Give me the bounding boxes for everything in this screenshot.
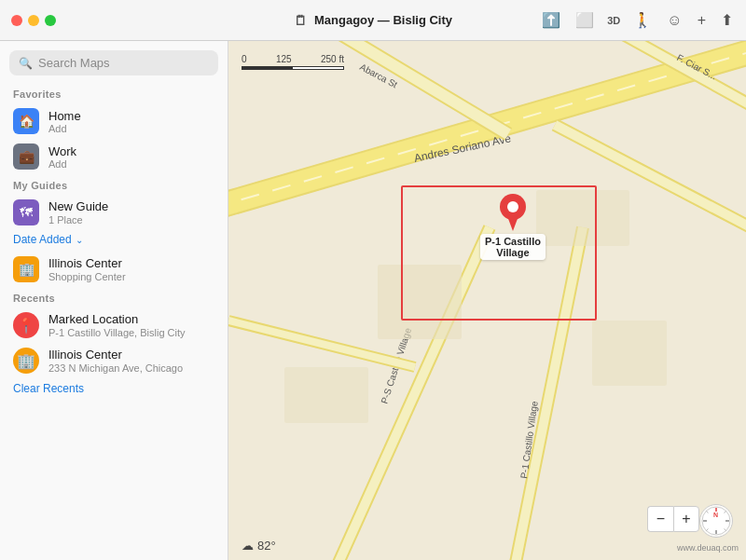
- search-bar[interactable]: 🔍 Search Maps: [9, 50, 218, 75]
- home-title: Home: [48, 109, 81, 123]
- zoom-plus-button[interactable]: +: [673, 506, 699, 532]
- illinois-guide-title: Illinois Center: [48, 256, 126, 270]
- weather-icon: ☁: [242, 539, 254, 553]
- pin-label: P-1 Castillo Village: [480, 234, 546, 260]
- sidebar-item-marked-location[interactable]: 📍 Marked Location P-1 Castillo Village, …: [0, 307, 228, 343]
- scale-250: 250 ft: [321, 54, 344, 64]
- minimize-button[interactable]: [28, 15, 39, 26]
- add-button[interactable]: +: [696, 10, 708, 31]
- illinois-recent-title: Illinois Center: [48, 348, 183, 362]
- scale-line: [242, 66, 344, 70]
- clear-recents-button[interactable]: Clear Recents: [0, 378, 228, 404]
- map-area[interactable]: Andres Soriano Ave Abarca St F. Ciar S..…: [228, 41, 746, 560]
- close-button[interactable]: [11, 15, 22, 26]
- favorites-button[interactable]: ☺: [665, 10, 684, 31]
- toolbar: ⬆️ ⬜ 3D 🚶 ☺ + ⬆: [540, 9, 735, 31]
- guide-icon: 🗺: [13, 199, 39, 225]
- map-watermark: www.deuaq.com: [677, 543, 739, 553]
- illinois-recent-icon: 🏢: [13, 348, 39, 374]
- illinois-recent-subtitle: 233 N Michigan Ave, Chicago: [48, 362, 183, 374]
- marked-location-title: Marked Location: [48, 312, 186, 326]
- pin-svg: [498, 194, 528, 233]
- sidebar-item-illinois-guide[interactable]: 🏢 Illinois Center Shopping Center: [0, 252, 228, 287]
- home-icon: 🏠: [13, 108, 39, 134]
- maximize-button[interactable]: [45, 15, 56, 26]
- map-view-button[interactable]: ⬜: [573, 9, 596, 31]
- work-icon: 💼: [13, 143, 39, 170]
- work-add: Add: [48, 158, 76, 170]
- marked-location-text: Marked Location P-1 Castillo Village, Bi…: [48, 312, 186, 338]
- main-content: 🔍 Search Maps Favorites 🏠 Home Add 💼 Wor…: [0, 41, 746, 560]
- illinois-guide-subtitle: Shopping Center: [48, 271, 126, 282]
- date-added-button[interactable]: Date Added: [13, 233, 72, 246]
- work-text: Work Add: [48, 144, 76, 170]
- scale-125: 125: [276, 54, 292, 64]
- sidebar-item-illinois-recent[interactable]: 🏢 Illinois Center 233 N Michigan Ave, Ch…: [0, 343, 228, 378]
- sidebar: 🔍 Search Maps Favorites 🏠 Home Add 💼 Wor…: [0, 41, 228, 560]
- scale-0: 0: [242, 54, 247, 64]
- title-map-icon: 🗒: [294, 13, 307, 28]
- svg-point-11: [507, 201, 518, 212]
- illinois-recent-text: Illinois Center 233 N Michigan Ave, Chic…: [48, 348, 183, 374]
- guide-subtitle: 1 Place: [48, 214, 108, 225]
- marked-location-subtitle: P-1 Castillo Village, Bislig City: [48, 327, 186, 338]
- illinois-guide-icon: 🏢: [13, 256, 39, 282]
- guide-title: New Guide: [48, 199, 108, 213]
- weather-bar: ☁ 82°: [242, 539, 276, 553]
- marked-location-icon: 📍: [13, 312, 39, 338]
- my-guides-label: My Guides: [0, 174, 228, 195]
- guide-text: New Guide 1 Place: [48, 199, 108, 225]
- zoom-minus-button[interactable]: −: [647, 506, 673, 532]
- window-title: Mangagoy — Bislig City: [314, 13, 452, 27]
- title-bar: 🗒 Mangagoy — Bislig City ⬆️ ⬜ 3D 🚶 ☺ + ⬆: [0, 0, 746, 41]
- compass-svg: N: [701, 506, 731, 536]
- chevron-down-icon: ⌄: [76, 235, 83, 245]
- svg-rect-9: [284, 367, 368, 423]
- scale-bar: 0 125 250 ft: [242, 54, 344, 70]
- scale-numbers: 0 125 250 ft: [242, 54, 344, 64]
- location-arrow-button[interactable]: ⬆️: [540, 9, 562, 31]
- share-button[interactable]: ⬆: [719, 9, 735, 31]
- zoom-controls: − +: [647, 506, 699, 532]
- svg-marker-12: [507, 216, 518, 231]
- illinois-guide-text: Illinois Center Shopping Center: [48, 256, 126, 282]
- window-controls: [11, 15, 56, 26]
- recents-label: Recents: [0, 287, 228, 307]
- window-title-group: 🗒 Mangagoy — Bislig City: [294, 13, 452, 28]
- search-input: Search Maps: [38, 56, 110, 70]
- sidebar-item-work[interactable]: 💼 Work Add: [0, 139, 228, 174]
- weather-temp: 82°: [257, 539, 276, 553]
- search-icon: 🔍: [19, 57, 33, 70]
- date-added-row: Date Added ⌄: [0, 230, 228, 252]
- home-text: Home Add: [48, 109, 81, 134]
- work-title: Work: [48, 144, 76, 158]
- compass: N: [699, 504, 733, 538]
- sidebar-item-home[interactable]: 🏠 Home Add: [0, 103, 228, 139]
- map-pin: P-1 Castillo Village: [480, 195, 546, 260]
- svg-text:N: N: [713, 512, 718, 518]
- 3d-button[interactable]: 3D: [607, 15, 620, 26]
- people-button[interactable]: 🚶: [631, 9, 654, 31]
- home-add: Add: [48, 123, 81, 134]
- sidebar-item-new-guide[interactable]: 🗺 New Guide 1 Place: [0, 195, 228, 230]
- svg-rect-8: [592, 321, 667, 386]
- favorites-label: Favorites: [0, 83, 228, 103]
